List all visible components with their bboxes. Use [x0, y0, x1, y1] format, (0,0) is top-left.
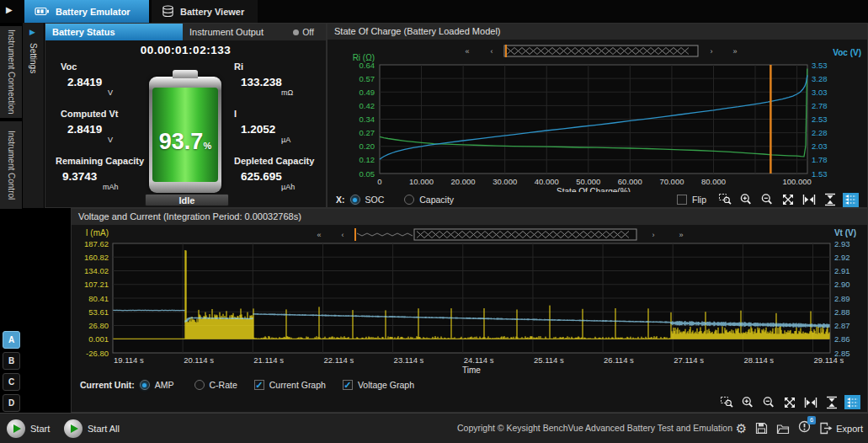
scrollbar-thumb[interactable] — [414, 229, 636, 240]
current-graph-label: Current Graph — [269, 380, 326, 390]
svg-text:0.27: 0.27 — [359, 128, 375, 137]
settings-label[interactable]: Settings — [29, 43, 38, 73]
elapsed-timer: 00.00:01:02:133 — [45, 44, 326, 56]
sidebar-item-instrument-control[interactable]: Instrument Control — [0, 121, 22, 209]
start-all-button[interactable]: Start All — [64, 419, 120, 438]
svg-text:2.03: 2.03 — [812, 141, 828, 151]
run-state-badge: Idle — [145, 194, 229, 206]
svg-text:21.114 s: 21.114 s — [253, 355, 284, 365]
settings-expand-icon[interactable]: ▶ — [29, 28, 35, 36]
soc-chart-svg[interactable]: 0.640.570.490.420.340.270.200.120.053.53… — [327, 40, 867, 192]
voltage-graph-checkbox[interactable] — [343, 380, 353, 390]
svg-text:19.114 s: 19.114 s — [114, 355, 144, 365]
svg-text:0: 0 — [377, 177, 381, 186]
voltage-current-panel: Voltage and Current (Integration Period:… — [71, 208, 868, 413]
current-graph-checkbox[interactable] — [254, 380, 264, 390]
svg-text:80.41: 80.41 — [88, 294, 109, 303]
zoom-region-icon[interactable] — [718, 395, 734, 409]
zoom-in-icon[interactable] — [739, 395, 755, 409]
svg-text:2.89: 2.89 — [834, 294, 850, 303]
scrollbar-arrow[interactable]: « — [465, 47, 469, 56]
svg-text:2.28: 2.28 — [812, 128, 828, 137]
export-icon — [819, 422, 833, 435]
fit-width-icon[interactable] — [802, 395, 818, 409]
tab-battery-viewer[interactable]: Battery Viewer — [152, 0, 258, 23]
tab-label: Battery Emulator — [56, 7, 130, 17]
svg-text:0.001: 0.001 — [88, 334, 109, 344]
zoom-out-icon[interactable] — [760, 395, 776, 409]
svg-text:2.53: 2.53 — [812, 115, 828, 124]
metric-current: I 1.2052 µA — [234, 109, 290, 144]
channel-button-b[interactable]: B — [3, 352, 20, 370]
capacity-radio-label: Capacity — [419, 195, 454, 205]
c-rate-radio-label: C-Rate — [210, 380, 237, 390]
channel-button-a[interactable]: A — [3, 331, 20, 349]
svg-text:27.114 s: 27.114 s — [674, 355, 704, 365]
tab-battery-emulator[interactable]: Battery Emulator — [24, 0, 149, 23]
soc-radio-label: SOC — [365, 195, 385, 205]
channel-button-c[interactable]: C — [3, 373, 20, 391]
scrollbar-arrow[interactable]: ‹ — [342, 231, 344, 239]
svg-text:25.114 s: 25.114 s — [534, 355, 564, 365]
start-button[interactable]: Start — [7, 419, 50, 438]
output-state-indicator[interactable]: Off — [293, 27, 314, 37]
svg-text:24.114 s: 24.114 s — [464, 355, 494, 365]
scrollbar-arrow[interactable]: » — [732, 47, 737, 56]
track-icon[interactable] — [844, 395, 860, 409]
scrollbar-arrow[interactable]: › — [652, 231, 655, 239]
pan-icon[interactable] — [781, 395, 797, 409]
system-icons: ⚙ 6 — [736, 420, 863, 436]
svg-text:60.000: 60.000 — [618, 177, 642, 186]
c-rate-radio[interactable] — [194, 380, 205, 390]
amp-radio[interactable] — [140, 380, 150, 390]
svg-text:100.000: 100.000 — [782, 177, 811, 186]
export-button[interactable]: Export — [819, 422, 863, 435]
battery-emulator-app: ▶ Battery Emulator Battery Viewer Instru… — [0, 0, 868, 443]
svg-text:Ri (Ω): Ri (Ω) — [353, 53, 375, 62]
fit-height-icon[interactable] — [823, 395, 839, 409]
zoom-in-icon[interactable] — [738, 193, 754, 207]
fit-width-icon[interactable] — [801, 193, 817, 207]
database-icon — [162, 5, 174, 18]
sidebar-item-instrument-connection[interactable]: Instrument Connection — [0, 26, 22, 118]
svg-text:70.000: 70.000 — [659, 177, 684, 186]
scrollbar-arrow[interactable]: ‹ — [491, 47, 493, 56]
scrollbar-arrow[interactable]: « — [317, 231, 321, 239]
gear-icon[interactable]: ⚙ — [736, 421, 747, 436]
zoom-region-icon[interactable] — [716, 193, 732, 207]
vc-panel-title: Voltage and Current (Integration Period:… — [72, 209, 867, 225]
capacity-radio[interactable] — [404, 195, 414, 205]
svg-text:3.03: 3.03 — [812, 88, 828, 97]
sidebar-collapse-icon[interactable]: ▶ — [6, 5, 13, 14]
svg-text:0.05: 0.05 — [359, 169, 375, 179]
scrollbar-arrow[interactable]: » — [679, 231, 683, 239]
soc-controls: X: SOC Capacity Flip — [327, 192, 867, 207]
svg-text:Voc (V): Voc (V) — [833, 48, 861, 57]
open-folder-icon[interactable] — [776, 423, 790, 435]
battery-body: 93.7% — [149, 77, 221, 193]
zoom-out-icon[interactable] — [759, 193, 775, 207]
svg-text:-26.80: -26.80 — [86, 349, 109, 358]
svg-text:26.80: 26.80 — [88, 321, 109, 330]
pan-icon[interactable] — [780, 193, 796, 207]
svg-text:2.93: 2.93 — [834, 239, 850, 248]
vc-chart-svg[interactable]: 187.62160.82134.02107.2180.4153.6126.800… — [72, 225, 867, 376]
fit-height-icon[interactable] — [822, 193, 838, 207]
metric-depleted-capacity: Depleted Capacity 625.695 µAh — [234, 156, 314, 191]
play-all-icon — [64, 419, 83, 438]
notifications-button[interactable]: 6 — [798, 420, 811, 436]
soc-radio[interactable] — [350, 195, 360, 205]
svg-text:2.78: 2.78 — [812, 101, 828, 110]
battery-status-tab[interactable]: Battery Status — [45, 24, 183, 40]
x-axis-mode-label: X: — [336, 195, 345, 205]
channel-button-d[interactable]: D — [3, 394, 20, 412]
vc-zoom-toolbar — [713, 395, 860, 409]
scrollbar-arrow[interactable]: › — [711, 47, 713, 56]
track-icon[interactable] — [843, 193, 859, 207]
save-icon[interactable] — [755, 422, 768, 435]
flip-checkbox[interactable] — [677, 195, 687, 205]
svg-text:Vt (V): Vt (V) — [834, 228, 856, 238]
bottom-bar: Start Start All Copyright © Keysight Ben… — [0, 413, 868, 443]
svg-text:I (mA): I (mA) — [86, 228, 109, 238]
svg-text:29.114 s: 29.114 s — [814, 355, 844, 365]
